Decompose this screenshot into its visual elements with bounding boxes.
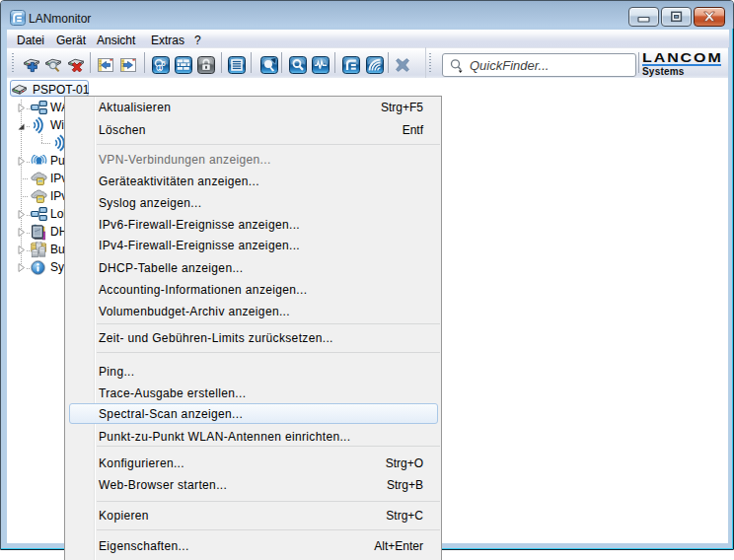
svg-text:1: 1 — [158, 64, 162, 71]
svg-text:5: 5 — [161, 60, 165, 67]
